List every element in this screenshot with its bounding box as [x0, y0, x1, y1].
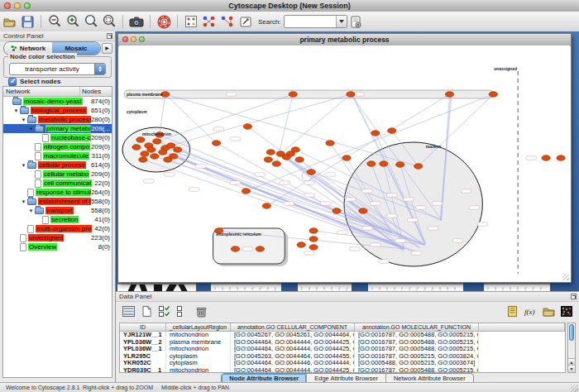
- tree-row[interactable]: response to stimulu264(0): [3, 188, 112, 197]
- search-configure-button[interactable]: [348, 13, 365, 30]
- expand-arrow-icon[interactable]: ▼: [12, 108, 20, 113]
- graph-node[interactable]: [141, 151, 149, 157]
- unselect-attributes-button[interactable]: [175, 304, 191, 320]
- tree-row[interactable]: mosaic-demo-yeast874(0): [3, 97, 112, 106]
- tree-row[interactable]: multi-organism pro42(0): [3, 224, 112, 233]
- tree-row[interactable]: cellular metabo209(0): [3, 170, 112, 179]
- tree-row[interactable]: Overview8(0): [3, 242, 112, 251]
- graph-node[interactable]: [264, 157, 272, 163]
- annotation-button[interactable]: [237, 13, 254, 30]
- graph-node[interactable]: [342, 155, 351, 161]
- graph-node[interactable]: [414, 164, 422, 170]
- graph-node[interactable]: [282, 155, 290, 160]
- graph-node[interactable]: [243, 124, 251, 130]
- graph-node[interactable]: [153, 139, 161, 145]
- open-session-button[interactable]: [1, 13, 17, 30]
- expand-arrow-icon[interactable]: ▼: [27, 127, 35, 131]
- expand-arrow-icon[interactable]: ▼: [20, 163, 27, 168]
- graph-node[interactable]: [289, 92, 297, 98]
- search-input[interactable]: [285, 17, 336, 26]
- column-header[interactable]: annotation.GO MOLECULAR_FUNCTION: [355, 323, 479, 331]
- graph-node[interactable]: [489, 92, 497, 98]
- attribute-table[interactable]: ID_cellularLayoutRegionannotation.GO CEL…: [119, 323, 566, 373]
- tree-row[interactable]: ▼establishment of lo558(0): [3, 197, 112, 206]
- graph-node[interactable]: [445, 92, 453, 98]
- graph-node[interactable]: [359, 208, 367, 214]
- table-row[interactable]: YDR039C__1mitochondrion[GO:0044464, GO:0…: [120, 367, 565, 374]
- tree-row[interactable]: ▼primary metabol209(...: [3, 124, 112, 133]
- network-window-titlebar[interactable]: primary metabolic process: [118, 34, 571, 46]
- graph-node[interactable]: [347, 92, 355, 98]
- tree-row[interactable]: unassigned223(0): [3, 233, 112, 242]
- graph-node[interactable]: [159, 150, 167, 155]
- tree-row[interactable]: ▼transport558(0): [3, 206, 112, 215]
- delete-attribute-button[interactable]: [193, 304, 209, 320]
- export-image-button[interactable]: [128, 13, 145, 30]
- minimize-window-button[interactable]: [14, 2, 21, 9]
- column-header[interactable]: ID: [120, 323, 166, 331]
- column-header[interactable]: annotation.GO CELLULAR_COMPONENT: [231, 323, 355, 331]
- close-view-button[interactable]: [122, 36, 128, 42]
- tree-row[interactable]: cell communicat22(0): [3, 179, 112, 188]
- resize-grip[interactable]: [562, 274, 569, 280]
- graph-node[interactable]: [212, 141, 220, 146]
- attribute-list-button[interactable]: [504, 304, 520, 320]
- graph-node[interactable]: [231, 246, 239, 252]
- scrollbar-thumb[interactable]: [569, 324, 574, 341]
- graph-node[interactable]: [147, 147, 156, 153]
- graph-node[interactable]: [557, 155, 565, 161]
- tree-row[interactable]: secretion41(0): [3, 215, 112, 224]
- graph-node[interactable]: [333, 208, 341, 214]
- expand-arrow-icon[interactable]: ▼: [27, 208, 35, 213]
- graph-node[interactable]: [309, 237, 318, 242]
- graph-node[interactable]: [542, 155, 550, 161]
- select-nodes-checkbox[interactable]: [8, 78, 17, 86]
- graph-node[interactable]: [164, 157, 172, 163]
- graph-node[interactable]: [256, 246, 264, 252]
- table-row[interactable]: YPL036W__2plasma membrane[GO:0044464, GO…: [120, 339, 565, 347]
- create-new-attribute-button[interactable]: [138, 304, 155, 320]
- graph-node[interactable]: [326, 141, 334, 146]
- tree-row[interactable]: macromolecule311(0): [3, 151, 112, 160]
- graph-edge[interactable]: [157, 94, 293, 141]
- select-all-attributes-button[interactable]: [120, 304, 136, 320]
- table-row[interactable]: YJR121W__1mitochondrion[GO:0045267, GO:0…: [120, 332, 565, 339]
- expand-arrow-icon[interactable]: ▼: [20, 199, 27, 204]
- tree-row[interactable]: nucleobase-c209(0): [3, 133, 112, 142]
- graph-node[interactable]: [367, 161, 376, 167]
- edit-network-edges-button[interactable]: [219, 13, 236, 30]
- graph-node[interactable]: [242, 189, 250, 194]
- tree-row[interactable]: nitrogen compo209(0): [3, 142, 112, 151]
- window-resize-grip[interactable]: [571, 385, 578, 392]
- save-session-button[interactable]: [19, 13, 36, 30]
- grid-view-button[interactable]: [183, 13, 199, 30]
- zoom-window-button[interactable]: [24, 2, 31, 9]
- graph-node[interactable]: [151, 154, 159, 160]
- float-panel-icon[interactable]: [571, 294, 577, 299]
- graph-node[interactable]: [167, 143, 175, 149]
- scroll-down-button[interactable]: ▼: [568, 365, 575, 372]
- tab-overflow-button[interactable]: ▶: [102, 43, 112, 54]
- tree-column-network[interactable]: Network: [3, 87, 80, 96]
- zoom-out-button[interactable]: [46, 13, 63, 30]
- column-header[interactable]: _cellularLayoutRegion: [166, 323, 231, 331]
- zoom-selected-button[interactable]: [101, 13, 117, 30]
- graph-node[interactable]: [295, 157, 304, 163]
- graph-node[interactable]: [388, 128, 396, 134]
- graph-node[interactable]: [272, 161, 280, 167]
- attribute-matrix-button[interactable]: [558, 304, 575, 320]
- tree-row[interactable]: ▼cellular process614(0): [3, 160, 112, 170]
- graph-node[interactable]: [307, 170, 315, 175]
- minimize-view-button[interactable]: [131, 36, 136, 42]
- node-color-select[interactable]: transporter activity: [9, 63, 106, 75]
- graph-node[interactable]: [262, 203, 270, 209]
- edit-network-nodes-button[interactable]: [201, 13, 218, 30]
- select-attributes-button[interactable]: [156, 304, 173, 320]
- import-attributes-button[interactable]: [540, 304, 557, 320]
- float-panel-icon[interactable]: [107, 33, 112, 39]
- graph-node[interactable]: [291, 147, 299, 153]
- graph-node[interactable]: [266, 150, 275, 155]
- function-builder-button[interactable]: f(x): [522, 304, 538, 320]
- graph-node[interactable]: [174, 147, 182, 153]
- tree-row[interactable]: ▼metabolic process280(0): [3, 115, 112, 124]
